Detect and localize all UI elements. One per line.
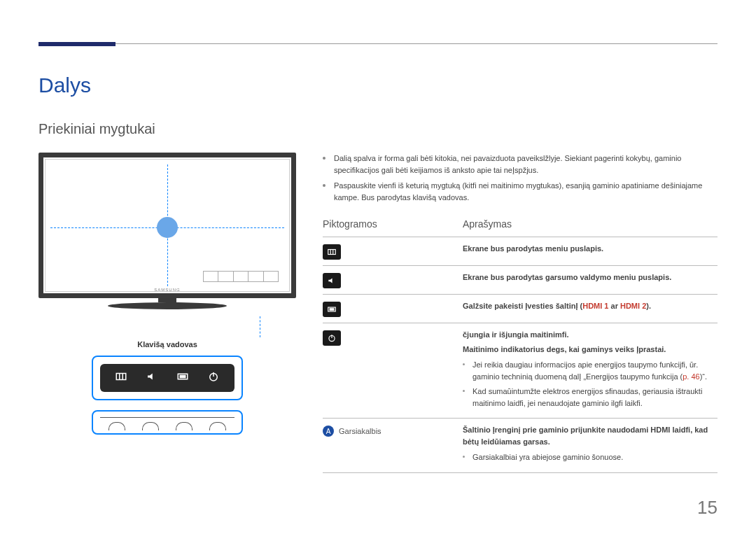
tv-brand-label: SAMSUNG — [154, 288, 180, 292]
front-button-strip — [203, 271, 279, 282]
tv-stand — [108, 297, 227, 316]
page-number: 15 — [697, 497, 718, 519]
speaker-port-zoom — [92, 410, 243, 435]
speaker-label-cell: A Garsiakalbis — [323, 424, 463, 437]
illustration-column: SAMSUNG Klavišą vadovas — [38, 153, 296, 479]
menu-icon — [323, 244, 341, 260]
source-icon — [176, 370, 189, 386]
pointer-ball-icon — [157, 217, 178, 238]
chapter-title: Dalys — [38, 73, 718, 97]
header-rule — [38, 43, 718, 44]
header-accent — [38, 42, 115, 46]
speaker-label: Garsiakalbis — [339, 427, 382, 435]
row-desc: Galžsite pakeisti Įvesties šaltinĮ (HDMI… — [463, 300, 718, 312]
svg-rect-7 — [328, 250, 336, 255]
table-headers: Piktogramos Aprašymas — [323, 218, 718, 230]
row-desc: Šaltinio Įrenginį prie gaminio prijunkit… — [463, 424, 718, 467]
row-desc: Ekrane bus parodytas garsumo valdymo men… — [463, 272, 718, 283]
intro-note: Dalią spalva ir forma gali bėti kitokia,… — [323, 153, 718, 176]
marker-a-icon: A — [323, 426, 334, 437]
menu-icon — [115, 370, 127, 386]
table-row: Galžsite pakeisti Įvesties šaltinĮ (HDMI… — [323, 300, 718, 317]
table-row: Ekrane bus parodytas meniu puslapis. — [323, 243, 718, 260]
intro-note: Paspauskite vienfi iš keturią mygtuką (k… — [323, 180, 718, 203]
key-guide-label: Klavišą vadovas — [38, 340, 296, 349]
tv-illustration: SAMSUNG — [38, 153, 296, 298]
volume-icon — [146, 370, 158, 386]
button-bar-zoom — [92, 356, 243, 400]
svg-rect-11 — [330, 309, 334, 310]
section-title: Priekiniai mygtukai — [38, 121, 718, 137]
intro-notes: Dalią spalva ir forma gali bėti kitokia,… — [323, 153, 718, 203]
svg-rect-4 — [180, 376, 186, 378]
svg-rect-0 — [116, 374, 126, 380]
power-icon — [207, 370, 220, 386]
source-icon — [323, 302, 341, 317]
power-icon — [323, 330, 341, 346]
header-pictograms: Piktogramos — [323, 218, 463, 230]
table-row: Ekrane bus parodytas garsumo valdymo men… — [323, 272, 718, 288]
row-desc: Ekrane bus parodytas meniu puslapis. — [463, 243, 718, 255]
table-row: A Garsiakalbis Šaltinio Įrenginį prie ga… — [323, 424, 718, 467]
row-desc: čjungia ir išjungia maitinimfi. Maitinim… — [463, 329, 718, 412]
header-description: Aprašymas — [463, 218, 718, 230]
volume-icon — [323, 273, 341, 288]
table-row: čjungia ir išjungia maitinimfi. Maitinim… — [323, 329, 718, 412]
